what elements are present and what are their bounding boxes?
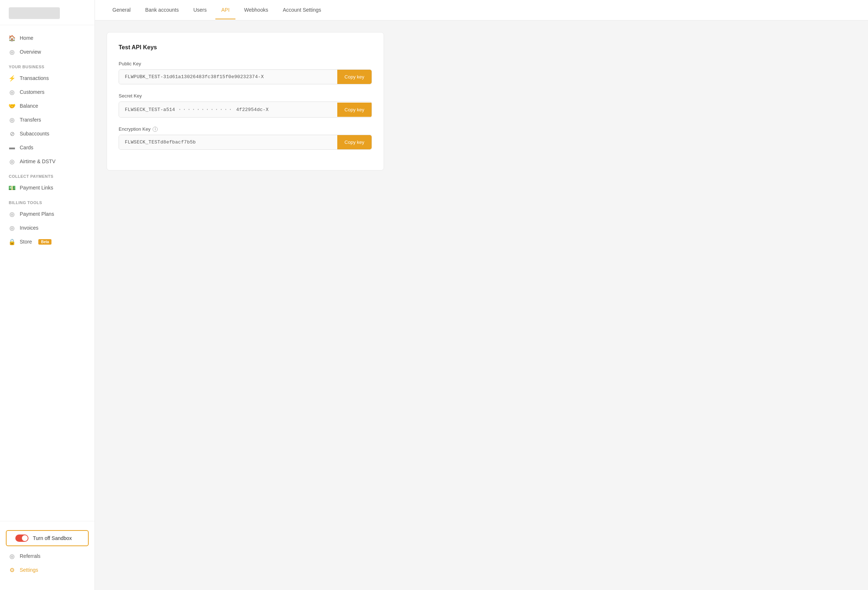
sidebar-item-label: Customers: [20, 89, 44, 95]
content-area: Test API Keys Public Key FLWPUBK_TEST-31…: [95, 21, 868, 590]
sidebar-navigation: 🏠 Home ◎ Overview YOUR BUSINESS ⚡ Transa…: [0, 25, 94, 521]
sidebar-item-label: Invoices: [20, 225, 38, 231]
sidebar-item-store[interactable]: 🔒 Store Beta: [0, 235, 94, 248]
sidebar-bottom: Turn off Sandbox ◎ Referrals ⚙ Settings: [0, 521, 94, 583]
api-keys-title: Test API Keys: [119, 44, 372, 51]
sidebar-item-invoices[interactable]: ◎ Invoices: [0, 221, 94, 235]
beta-badge: Beta: [38, 239, 52, 245]
payment-links-icon: 💵: [9, 184, 15, 191]
sidebar-item-label: Store: [20, 239, 32, 245]
sidebar-item-label: Cards: [20, 145, 33, 151]
api-keys-card: Test API Keys Public Key FLWPUBK_TEST-31…: [106, 32, 384, 170]
section-label-your-business: YOUR BUSINESS: [0, 59, 94, 71]
balance-icon: 🤝: [9, 103, 15, 109]
logo: [9, 7, 60, 19]
section-label-billing-tools: BILLING TOOLS: [0, 195, 94, 207]
sidebar-item-subaccounts[interactable]: ⊘ Subaccounts: [0, 127, 94, 140]
encryption-key-section: Encryption Key i FLWSECK_TESTd8efbacf7b5…: [119, 126, 372, 150]
secret-key-input-row: FLWSECK_TEST-a514 ············ 4f22954dc…: [119, 102, 372, 118]
cards-icon: ▬: [9, 144, 15, 151]
customers-icon: ◎: [9, 89, 15, 95]
copy-secret-key-button[interactable]: Copy key: [337, 103, 372, 117]
referrals-icon: ◎: [9, 553, 15, 559]
sidebar-item-label: Airtime & DSTV: [20, 158, 56, 164]
sidebar-item-label: Payment Links: [20, 185, 53, 191]
secret-key-end: 4f22954dc-X: [236, 107, 269, 112]
main-content: General Bank accounts Users API Webhooks…: [95, 0, 868, 590]
secret-key-section: Secret Key FLWSECK_TEST-a514 ···········…: [119, 93, 372, 118]
sidebar-item-cards[interactable]: ▬ Cards: [0, 140, 94, 154]
transactions-icon: ⚡: [9, 75, 15, 81]
sidebar-item-label: Home: [20, 35, 33, 41]
transfers-icon: ◎: [9, 117, 15, 123]
home-icon: 🏠: [9, 35, 15, 41]
section-label-collect-payments: COLLECT PAYMENTS: [0, 168, 94, 181]
sidebar-item-home[interactable]: 🏠 Home: [0, 31, 94, 45]
sidebar-item-transactions[interactable]: ⚡ Transactions: [0, 71, 94, 85]
top-navigation: General Bank accounts Users API Webhooks…: [95, 0, 868, 21]
sidebar-item-payment-links[interactable]: 💵 Payment Links: [0, 181, 94, 195]
sidebar-item-label: Overview: [20, 49, 41, 55]
encryption-key-info-icon[interactable]: i: [153, 127, 158, 132]
public-key-value: FLWPUBK_TEST-31d61a13026483fc38f15f0e902…: [119, 70, 337, 84]
secret-key-start: FLWSECK_TEST-a514: [125, 107, 175, 112]
secret-key-value: FLWSECK_TEST-a514 ············ 4f22954dc…: [119, 102, 337, 117]
sidebar-item-overview[interactable]: ◎ Overview: [0, 45, 94, 59]
encryption-key-value: FLWSECK_TESTd8efbacf7b5b: [119, 135, 337, 149]
invoices-icon: ◎: [9, 225, 15, 231]
sidebar-logo: [0, 0, 94, 25]
sidebar-item-label: Settings: [20, 567, 38, 573]
subaccounts-icon: ⊘: [9, 130, 15, 137]
payment-plans-icon: ◎: [9, 211, 15, 217]
tab-general[interactable]: General: [106, 1, 137, 19]
masked-dots: ············: [178, 106, 233, 113]
sidebar-item-balance[interactable]: 🤝 Balance: [0, 99, 94, 113]
sidebar: 🏠 Home ◎ Overview YOUR BUSINESS ⚡ Transa…: [0, 0, 95, 590]
store-icon: 🔒: [9, 238, 15, 245]
copy-encryption-key-button[interactable]: Copy key: [337, 135, 372, 149]
encryption-key-input-row: FLWSECK_TESTd8efbacf7b5b Copy key: [119, 135, 372, 150]
secret-key-label: Secret Key: [119, 93, 372, 99]
overview-icon: ◎: [9, 49, 15, 55]
airtime-icon: ◎: [9, 158, 15, 165]
tab-webhooks[interactable]: Webhooks: [238, 1, 274, 19]
sidebar-item-label: Subaccounts: [20, 131, 49, 136]
public-key-section: Public Key FLWPUBK_TEST-31d61a13026483fc…: [119, 61, 372, 84]
sandbox-toggle-switch[interactable]: [15, 534, 28, 542]
tab-api[interactable]: API: [216, 1, 235, 19]
public-key-label: Public Key: [119, 61, 372, 67]
sandbox-toggle-item[interactable]: Turn off Sandbox: [6, 530, 89, 546]
sidebar-item-referrals[interactable]: ◎ Referrals: [0, 549, 94, 563]
tab-account-settings[interactable]: Account Settings: [277, 1, 327, 19]
sidebar-item-label: Transactions: [20, 75, 49, 81]
sidebar-item-transfers[interactable]: ◎ Transfers: [0, 113, 94, 127]
encryption-key-label: Encryption Key i: [119, 126, 372, 132]
sidebar-item-label: Payment Plans: [20, 211, 54, 217]
sidebar-item-label: Referrals: [20, 553, 40, 559]
sidebar-item-settings[interactable]: ⚙ Settings: [0, 563, 94, 577]
sidebar-item-airtime[interactable]: ◎ Airtime & DSTV: [0, 154, 94, 168]
sandbox-label: Turn off Sandbox: [33, 535, 72, 541]
copy-public-key-button[interactable]: Copy key: [337, 70, 372, 84]
tab-bank-accounts[interactable]: Bank accounts: [139, 1, 185, 19]
sidebar-item-customers[interactable]: ◎ Customers: [0, 85, 94, 99]
public-key-input-row: FLWPUBK_TEST-31d61a13026483fc38f15f0e902…: [119, 69, 372, 84]
sidebar-item-label: Balance: [20, 103, 38, 109]
sidebar-item-payment-plans[interactable]: ◎ Payment Plans: [0, 207, 94, 221]
tab-users[interactable]: Users: [187, 1, 213, 19]
settings-icon: ⚙: [9, 566, 15, 573]
sidebar-item-label: Transfers: [20, 117, 41, 123]
